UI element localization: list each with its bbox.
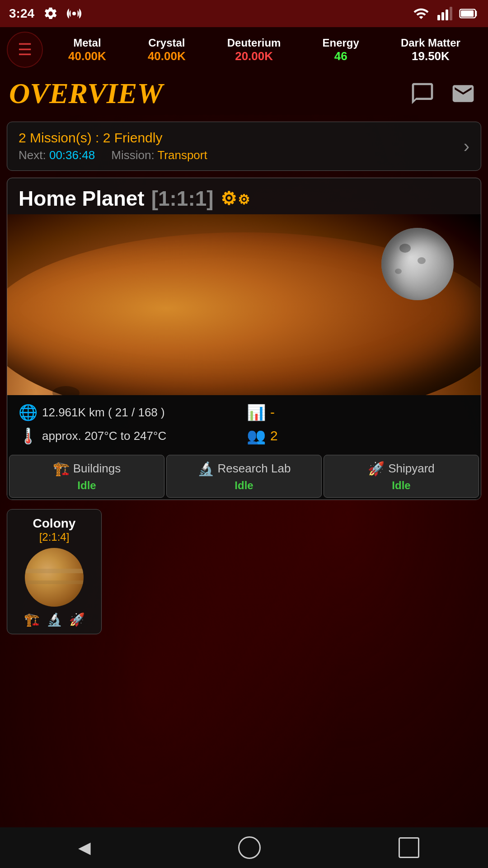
buildings-btn-top: 🏗️ Buildings bbox=[53, 461, 121, 476]
metal-label: Metal bbox=[73, 37, 101, 49]
recent-button[interactable] bbox=[399, 837, 419, 858]
home-button[interactable] bbox=[238, 836, 261, 859]
mail-icon bbox=[450, 81, 476, 106]
production-value: - bbox=[270, 405, 275, 420]
crystal-value: 40.00K bbox=[148, 49, 186, 63]
colony-card[interactable]: Colony [2:1:4] 🏗️ 🔬 🚀 bbox=[7, 509, 102, 634]
svg-rect-3 bbox=[446, 9, 448, 20]
size-icon: 🌐 bbox=[19, 403, 37, 421]
colony-research-icon: 🔬 bbox=[47, 612, 62, 627]
gear-large-icon: ⚙ bbox=[221, 188, 237, 209]
crystal-resource: Crystal 40.00K bbox=[148, 37, 186, 63]
temp-value: approx. 207°C to 247°C bbox=[42, 429, 166, 443]
wifi-icon bbox=[413, 5, 429, 22]
population-value: 2 bbox=[270, 428, 278, 443]
planet-card-title: Home Planet [1:1:1] ⚙ ⚙ bbox=[7, 178, 481, 214]
resources-container: Metal 40.00K Crystal 40.00K Deuterium 20… bbox=[47, 37, 481, 63]
planet-buttons: 🏗️ Buildings Idle 🔬 Research Lab Idle 🚀 … bbox=[7, 453, 481, 500]
back-button[interactable]: ◀ bbox=[69, 832, 100, 863]
settings-icon bbox=[43, 6, 58, 21]
mission-info: 2 Mission(s) : 2 Friendly Next: 00:36:48… bbox=[19, 130, 207, 162]
planet-craters bbox=[52, 386, 80, 395]
shipyard-label: Shipyard bbox=[388, 462, 435, 476]
size-value: 12.961K km ( 21 / 168 ) bbox=[42, 406, 165, 420]
shipyard-icon: 🚀 bbox=[368, 461, 385, 476]
shipyard-button[interactable]: 🚀 Shipyard Idle bbox=[324, 455, 479, 498]
planet-visual bbox=[7, 214, 481, 395]
mission-title: 2 Mission(s) : 2 Friendly bbox=[19, 130, 207, 146]
svg-rect-2 bbox=[441, 12, 444, 20]
energy-label: Energy bbox=[322, 37, 359, 49]
svg-rect-4 bbox=[450, 7, 452, 20]
chat-icon bbox=[410, 81, 435, 106]
colony-coords: [2:1:4] bbox=[14, 531, 94, 543]
mail-button[interactable] bbox=[447, 78, 479, 109]
temp-stat: 🌡️ approx. 207°C to 247°C bbox=[19, 427, 241, 445]
hamburger-icon: ☰ bbox=[18, 40, 32, 59]
moon bbox=[381, 228, 454, 300]
chat-button[interactable] bbox=[407, 78, 438, 109]
colony-stripe-2 bbox=[25, 580, 84, 584]
size-stat: 🌐 12.961K km ( 21 / 168 ) bbox=[19, 403, 241, 421]
header-row: Overview bbox=[0, 72, 488, 115]
research-icon: 🔬 bbox=[197, 461, 214, 476]
dark-matter-resource: Dark Matter 19.50K bbox=[401, 37, 460, 63]
colony-section: Colony [2:1:4] 🏗️ 🔬 🚀 bbox=[0, 505, 488, 639]
temp-icon: 🌡️ bbox=[19, 427, 37, 445]
nav-bar: ◀ bbox=[0, 827, 488, 868]
energy-value: 46 bbox=[334, 49, 347, 63]
menu-button[interactable]: ☰ bbox=[7, 32, 43, 68]
header-icons bbox=[407, 78, 479, 109]
buildings-button[interactable]: 🏗️ Buildings Idle bbox=[9, 455, 164, 498]
gear-small-icon: ⚙ bbox=[238, 192, 250, 209]
resource-bar: ☰ Metal 40.00K Crystal 40.00K Deuterium … bbox=[0, 27, 488, 72]
colony-planet-image bbox=[25, 548, 84, 607]
population-icon: 👥 bbox=[247, 427, 265, 445]
status-bar: 3:24 bbox=[0, 0, 488, 27]
mission-next: Next: 00:36:48 Mission: Transport bbox=[19, 148, 207, 162]
colony-stripe-1 bbox=[25, 569, 84, 573]
mission-banner[interactable]: 2 Mission(s) : 2 Friendly Next: 00:36:48… bbox=[7, 122, 481, 171]
metal-value: 40.00K bbox=[68, 49, 106, 63]
research-status: Idle bbox=[235, 479, 253, 492]
svg-point-0 bbox=[72, 12, 76, 15]
energy-resource: Energy 46 bbox=[322, 37, 359, 63]
colony-icons: 🏗️ 🔬 🚀 bbox=[14, 612, 94, 627]
shipyard-btn-top: 🚀 Shipyard bbox=[368, 461, 435, 476]
buildings-icon: 🏗️ bbox=[53, 461, 70, 476]
home-planet-card[interactable]: Home Planet [1:1:1] ⚙ ⚙ 🌐 12.961K km ( 2… bbox=[7, 178, 481, 500]
buildings-label: Buildings bbox=[73, 462, 121, 476]
dark-matter-value: 19.50K bbox=[412, 49, 450, 63]
deuterium-value: 20.00K bbox=[235, 49, 273, 63]
moon-crater-3 bbox=[395, 269, 402, 274]
battery-icon bbox=[459, 5, 479, 22]
moon-crater-2 bbox=[418, 257, 426, 264]
metal-resource: Metal 40.00K bbox=[68, 37, 106, 63]
colony-buildings-icon: 🏗️ bbox=[24, 612, 40, 627]
page-title: Overview bbox=[9, 77, 163, 110]
mission-arrow: › bbox=[464, 136, 469, 156]
population-stat: 👥 2 bbox=[247, 427, 469, 445]
svg-rect-1 bbox=[437, 15, 440, 20]
signal-icon bbox=[436, 5, 452, 22]
settings-gears: ⚙ ⚙ bbox=[221, 188, 250, 209]
buildings-status: Idle bbox=[77, 479, 96, 492]
colony-name: Colony bbox=[14, 516, 94, 531]
production-stat: 📊 - bbox=[247, 403, 469, 421]
research-lab-button[interactable]: 🔬 Research Lab Idle bbox=[166, 455, 322, 498]
research-label: Research Lab bbox=[218, 462, 291, 476]
shipyard-status: Idle bbox=[392, 479, 410, 492]
deuterium-label: Deuterium bbox=[227, 37, 281, 49]
planet-stats: 🌐 12.961K km ( 21 / 168 ) 📊 - 🌡️ approx.… bbox=[7, 395, 481, 453]
dark-matter-label: Dark Matter bbox=[401, 37, 460, 49]
mission-next-label: Next: bbox=[19, 148, 46, 162]
antenna-icon bbox=[67, 6, 81, 21]
svg-rect-6 bbox=[461, 10, 474, 17]
production-icon: 📊 bbox=[247, 403, 265, 421]
colony-shipyard-icon: 🚀 bbox=[69, 612, 85, 627]
crystal-label: Crystal bbox=[148, 37, 185, 49]
research-btn-top: 🔬 Research Lab bbox=[197, 461, 291, 476]
moon-crater-1 bbox=[399, 244, 411, 253]
time-display: 3:24 bbox=[9, 6, 34, 21]
deuterium-resource: Deuterium 20.00K bbox=[227, 37, 281, 63]
